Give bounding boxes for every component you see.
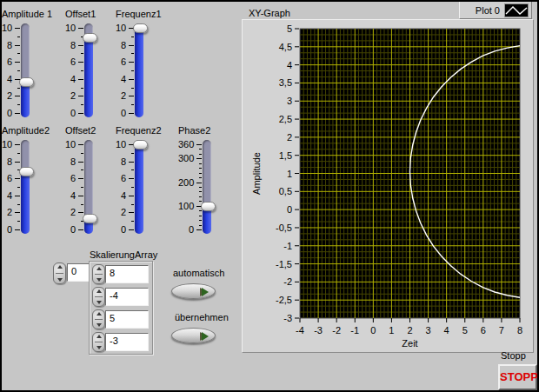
- slider-scale-label: 0: [2, 108, 12, 118]
- svg-text:3: 3: [426, 325, 431, 336]
- slider-major-tick: [15, 212, 20, 213]
- svg-text:2: 2: [287, 132, 292, 143]
- svg-text:-1: -1: [350, 325, 359, 336]
- slider-fill: [135, 28, 143, 117]
- slider-frequenz1[interactable]: Frequenz1 0246810: [116, 9, 176, 127]
- svg-text:3,5: 3,5: [279, 77, 292, 88]
- slider-minor-tick: [199, 191, 202, 192]
- array-element-spinner[interactable]: [92, 287, 105, 307]
- spinner-up-icon[interactable]: [96, 289, 102, 293]
- spinner-up-icon[interactable]: [96, 312, 102, 316]
- array-element-spinner[interactable]: [92, 332, 105, 352]
- slider-major-tick: [15, 178, 20, 179]
- array-index-spinner[interactable]: [53, 262, 66, 284]
- svg-text:4: 4: [287, 60, 292, 70]
- automatic-button[interactable]: [171, 283, 216, 299]
- slider-major-tick: [78, 144, 83, 145]
- slider-phase2[interactable]: Phase2 0100200300360: [178, 125, 248, 243]
- slider-fill: [21, 171, 30, 234]
- slider-major-tick: [196, 229, 202, 230]
- slider-major-tick: [196, 183, 202, 183]
- slider-thumb[interactable]: [133, 140, 148, 149]
- slider-minor-tick: [81, 169, 83, 170]
- slider-minor-tick: [17, 53, 20, 54]
- slider-scale-label: 8: [65, 40, 76, 50]
- slider-track[interactable]: [21, 140, 30, 234]
- slider-minor-tick: [199, 220, 202, 221]
- slider-minor-tick: [131, 153, 134, 154]
- slider-track[interactable]: [203, 140, 211, 234]
- array-element-spinner[interactable]: [92, 309, 105, 329]
- slider-thumb[interactable]: [19, 77, 34, 87]
- slider-scale-label: 0: [65, 224, 76, 235]
- slider-track[interactable]: [21, 23, 30, 117]
- svg-text:1,5: 1,5: [279, 150, 292, 161]
- slider-scale-label: 360: [178, 139, 194, 149]
- spinner-up-icon[interactable]: [96, 335, 102, 338]
- svg-text:6: 6: [481, 325, 486, 336]
- line-plot-icon: [504, 3, 529, 17]
- spinner-up-icon[interactable]: [96, 267, 102, 270]
- slider-thumb[interactable]: [133, 23, 148, 33]
- slider-thumb[interactable]: [83, 33, 97, 43]
- slider-minor-tick: [17, 104, 20, 105]
- slider-minor-tick: [131, 169, 134, 170]
- slider-minor-tick: [17, 70, 20, 71]
- slider-major-tick: [129, 196, 134, 196]
- spinner-down-icon[interactable]: [96, 346, 102, 349]
- array-title: SkalierungArray: [90, 249, 157, 260]
- array-element-field-2[interactable]: 5: [105, 310, 149, 329]
- slider-scale-label: 2: [116, 207, 126, 217]
- slider-thumb[interactable]: [201, 202, 216, 211]
- slider-scale-label: 2: [65, 207, 76, 217]
- slider-minor-tick: [81, 70, 83, 71]
- slider-major-tick: [78, 229, 83, 230]
- slider-major-tick: [129, 178, 134, 179]
- slider-track[interactable]: [135, 140, 143, 234]
- svg-text:-1: -1: [283, 241, 292, 251]
- slider-major-tick: [15, 162, 20, 163]
- slider-major-tick: [15, 28, 20, 29]
- spinner-down-icon[interactable]: [96, 301, 102, 304]
- slider-fill: [135, 144, 143, 234]
- plot-legend[interactable]: Plot 0: [459, 1, 532, 19]
- array-element-field-3[interactable]: -3: [105, 333, 149, 351]
- slider-minor-tick: [131, 53, 134, 54]
- slider-minor-tick: [199, 187, 202, 188]
- slider-minor-tick: [131, 187, 134, 188]
- slider-frequenz2[interactable]: Frequenz2 0246810: [116, 125, 176, 243]
- svg-text:1: 1: [389, 325, 394, 336]
- slider-major-tick: [78, 178, 83, 179]
- slider-scale-label: 4: [65, 74, 76, 84]
- slider-scale-label: 4: [116, 74, 126, 84]
- array-index-field[interactable]: 0: [67, 263, 90, 282]
- svg-text:5: 5: [462, 325, 468, 336]
- slider-major-tick: [129, 96, 134, 96]
- slider-offset2-label: Offset2: [65, 125, 96, 136]
- slider-major-tick: [78, 113, 83, 114]
- array-element-spinner[interactable]: [92, 264, 105, 284]
- slider-thumb[interactable]: [19, 167, 34, 176]
- stop-button[interactable]: STOPP: [498, 364, 537, 390]
- slider-thumb[interactable]: [83, 214, 97, 223]
- svg-text:2: 2: [407, 325, 412, 336]
- slider-major-tick: [15, 62, 20, 63]
- apply-button[interactable]: [171, 328, 216, 343]
- slider-minor-tick: [17, 221, 20, 222]
- slider-amplitude1[interactable]: Amplitude 1 0246810: [2, 9, 63, 127]
- slider-scale-label: 6: [65, 56, 76, 67]
- slider-amplitude2[interactable]: Amplitude2 0246810: [2, 125, 63, 243]
- svg-text:4: 4: [444, 325, 449, 336]
- spinner-down-icon[interactable]: [57, 278, 63, 282]
- array-element-field-0[interactable]: 8: [105, 265, 149, 283]
- spinner-up-icon[interactable]: [57, 265, 63, 269]
- slider-scale-label: 8: [2, 40, 12, 50]
- slider-major-tick: [129, 45, 134, 46]
- svg-text:0,5: 0,5: [279, 186, 292, 196]
- spinner-down-icon[interactable]: [96, 323, 102, 327]
- slider-major-tick: [78, 45, 83, 46]
- labview-front-panel: Amplitude 1 0246810 Offset1 0246810 Freq…: [0, 0, 539, 392]
- array-element-field-1[interactable]: -4: [105, 288, 149, 306]
- slider-track[interactable]: [135, 23, 143, 117]
- spinner-down-icon[interactable]: [96, 278, 102, 282]
